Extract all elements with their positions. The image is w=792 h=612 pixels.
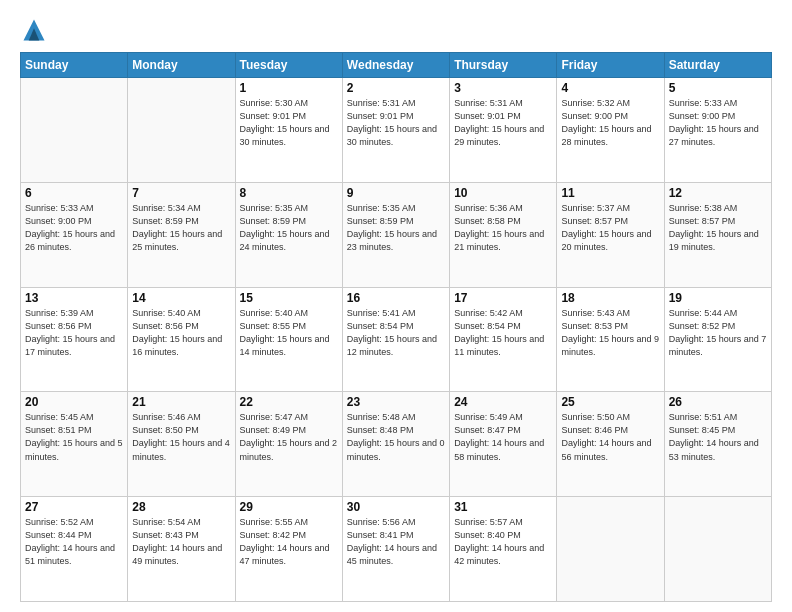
day-info: Sunrise: 5:50 AM Sunset: 8:46 PM Dayligh… — [561, 411, 659, 463]
day-number: 12 — [669, 186, 767, 200]
day-info: Sunrise: 5:42 AM Sunset: 8:54 PM Dayligh… — [454, 307, 552, 359]
day-info: Sunrise: 5:54 AM Sunset: 8:43 PM Dayligh… — [132, 516, 230, 568]
calendar-cell: 23Sunrise: 5:48 AM Sunset: 8:48 PM Dayli… — [342, 392, 449, 497]
day-info: Sunrise: 5:38 AM Sunset: 8:57 PM Dayligh… — [669, 202, 767, 254]
day-number: 21 — [132, 395, 230, 409]
day-number: 1 — [240, 81, 338, 95]
calendar-week-3: 20Sunrise: 5:45 AM Sunset: 8:51 PM Dayli… — [21, 392, 772, 497]
calendar: SundayMondayTuesdayWednesdayThursdayFrid… — [20, 52, 772, 602]
calendar-cell — [557, 497, 664, 602]
day-info: Sunrise: 5:48 AM Sunset: 8:48 PM Dayligh… — [347, 411, 445, 463]
calendar-cell: 18Sunrise: 5:43 AM Sunset: 8:53 PM Dayli… — [557, 287, 664, 392]
day-number: 28 — [132, 500, 230, 514]
calendar-cell: 9Sunrise: 5:35 AM Sunset: 8:59 PM Daylig… — [342, 182, 449, 287]
day-number: 16 — [347, 291, 445, 305]
day-number: 30 — [347, 500, 445, 514]
day-info: Sunrise: 5:57 AM Sunset: 8:40 PM Dayligh… — [454, 516, 552, 568]
calendar-cell: 16Sunrise: 5:41 AM Sunset: 8:54 PM Dayli… — [342, 287, 449, 392]
day-number: 29 — [240, 500, 338, 514]
logo — [20, 16, 52, 44]
day-info: Sunrise: 5:36 AM Sunset: 8:58 PM Dayligh… — [454, 202, 552, 254]
calendar-cell: 24Sunrise: 5:49 AM Sunset: 8:47 PM Dayli… — [450, 392, 557, 497]
day-number: 8 — [240, 186, 338, 200]
day-number: 15 — [240, 291, 338, 305]
day-number: 7 — [132, 186, 230, 200]
calendar-week-2: 13Sunrise: 5:39 AM Sunset: 8:56 PM Dayli… — [21, 287, 772, 392]
day-number: 20 — [25, 395, 123, 409]
calendar-cell: 28Sunrise: 5:54 AM Sunset: 8:43 PM Dayli… — [128, 497, 235, 602]
calendar-cell: 12Sunrise: 5:38 AM Sunset: 8:57 PM Dayli… — [664, 182, 771, 287]
calendar-cell: 2Sunrise: 5:31 AM Sunset: 9:01 PM Daylig… — [342, 78, 449, 183]
calendar-cell: 10Sunrise: 5:36 AM Sunset: 8:58 PM Dayli… — [450, 182, 557, 287]
calendar-cell: 22Sunrise: 5:47 AM Sunset: 8:49 PM Dayli… — [235, 392, 342, 497]
day-number: 4 — [561, 81, 659, 95]
day-info: Sunrise: 5:31 AM Sunset: 9:01 PM Dayligh… — [454, 97, 552, 149]
day-number: 24 — [454, 395, 552, 409]
day-number: 27 — [25, 500, 123, 514]
day-number: 11 — [561, 186, 659, 200]
day-info: Sunrise: 5:33 AM Sunset: 9:00 PM Dayligh… — [25, 202, 123, 254]
calendar-cell: 30Sunrise: 5:56 AM Sunset: 8:41 PM Dayli… — [342, 497, 449, 602]
day-number: 25 — [561, 395, 659, 409]
calendar-cell: 15Sunrise: 5:40 AM Sunset: 8:55 PM Dayli… — [235, 287, 342, 392]
day-info: Sunrise: 5:52 AM Sunset: 8:44 PM Dayligh… — [25, 516, 123, 568]
day-info: Sunrise: 5:45 AM Sunset: 8:51 PM Dayligh… — [25, 411, 123, 463]
day-number: 3 — [454, 81, 552, 95]
day-info: Sunrise: 5:51 AM Sunset: 8:45 PM Dayligh… — [669, 411, 767, 463]
calendar-cell: 3Sunrise: 5:31 AM Sunset: 9:01 PM Daylig… — [450, 78, 557, 183]
day-number: 10 — [454, 186, 552, 200]
day-info: Sunrise: 5:35 AM Sunset: 8:59 PM Dayligh… — [240, 202, 338, 254]
calendar-cell: 25Sunrise: 5:50 AM Sunset: 8:46 PM Dayli… — [557, 392, 664, 497]
calendar-cell: 1Sunrise: 5:30 AM Sunset: 9:01 PM Daylig… — [235, 78, 342, 183]
day-number: 5 — [669, 81, 767, 95]
day-number: 19 — [669, 291, 767, 305]
col-header-friday: Friday — [557, 53, 664, 78]
day-number: 2 — [347, 81, 445, 95]
day-info: Sunrise: 5:56 AM Sunset: 8:41 PM Dayligh… — [347, 516, 445, 568]
col-header-saturday: Saturday — [664, 53, 771, 78]
calendar-cell: 21Sunrise: 5:46 AM Sunset: 8:50 PM Dayli… — [128, 392, 235, 497]
calendar-cell: 6Sunrise: 5:33 AM Sunset: 9:00 PM Daylig… — [21, 182, 128, 287]
day-info: Sunrise: 5:33 AM Sunset: 9:00 PM Dayligh… — [669, 97, 767, 149]
calendar-cell: 19Sunrise: 5:44 AM Sunset: 8:52 PM Dayli… — [664, 287, 771, 392]
calendar-cell: 14Sunrise: 5:40 AM Sunset: 8:56 PM Dayli… — [128, 287, 235, 392]
calendar-cell: 29Sunrise: 5:55 AM Sunset: 8:42 PM Dayli… — [235, 497, 342, 602]
day-number: 14 — [132, 291, 230, 305]
day-info: Sunrise: 5:55 AM Sunset: 8:42 PM Dayligh… — [240, 516, 338, 568]
day-info: Sunrise: 5:34 AM Sunset: 8:59 PM Dayligh… — [132, 202, 230, 254]
calendar-cell: 31Sunrise: 5:57 AM Sunset: 8:40 PM Dayli… — [450, 497, 557, 602]
calendar-week-1: 6Sunrise: 5:33 AM Sunset: 9:00 PM Daylig… — [21, 182, 772, 287]
calendar-cell: 27Sunrise: 5:52 AM Sunset: 8:44 PM Dayli… — [21, 497, 128, 602]
day-info: Sunrise: 5:41 AM Sunset: 8:54 PM Dayligh… — [347, 307, 445, 359]
day-info: Sunrise: 5:40 AM Sunset: 8:56 PM Dayligh… — [132, 307, 230, 359]
calendar-cell: 11Sunrise: 5:37 AM Sunset: 8:57 PM Dayli… — [557, 182, 664, 287]
day-number: 9 — [347, 186, 445, 200]
calendar-cell: 26Sunrise: 5:51 AM Sunset: 8:45 PM Dayli… — [664, 392, 771, 497]
calendar-cell: 13Sunrise: 5:39 AM Sunset: 8:56 PM Dayli… — [21, 287, 128, 392]
header — [20, 16, 772, 44]
day-info: Sunrise: 5:40 AM Sunset: 8:55 PM Dayligh… — [240, 307, 338, 359]
day-number: 13 — [25, 291, 123, 305]
day-number: 22 — [240, 395, 338, 409]
day-number: 31 — [454, 500, 552, 514]
day-number: 23 — [347, 395, 445, 409]
day-info: Sunrise: 5:35 AM Sunset: 8:59 PM Dayligh… — [347, 202, 445, 254]
calendar-cell: 7Sunrise: 5:34 AM Sunset: 8:59 PM Daylig… — [128, 182, 235, 287]
calendar-header-row: SundayMondayTuesdayWednesdayThursdayFrid… — [21, 53, 772, 78]
calendar-cell — [128, 78, 235, 183]
day-info: Sunrise: 5:30 AM Sunset: 9:01 PM Dayligh… — [240, 97, 338, 149]
col-header-monday: Monday — [128, 53, 235, 78]
col-header-thursday: Thursday — [450, 53, 557, 78]
day-info: Sunrise: 5:46 AM Sunset: 8:50 PM Dayligh… — [132, 411, 230, 463]
day-number: 6 — [25, 186, 123, 200]
day-info: Sunrise: 5:37 AM Sunset: 8:57 PM Dayligh… — [561, 202, 659, 254]
day-info: Sunrise: 5:47 AM Sunset: 8:49 PM Dayligh… — [240, 411, 338, 463]
day-number: 18 — [561, 291, 659, 305]
col-header-wednesday: Wednesday — [342, 53, 449, 78]
calendar-cell: 20Sunrise: 5:45 AM Sunset: 8:51 PM Dayli… — [21, 392, 128, 497]
day-info: Sunrise: 5:44 AM Sunset: 8:52 PM Dayligh… — [669, 307, 767, 359]
calendar-week-0: 1Sunrise: 5:30 AM Sunset: 9:01 PM Daylig… — [21, 78, 772, 183]
day-info: Sunrise: 5:39 AM Sunset: 8:56 PM Dayligh… — [25, 307, 123, 359]
day-number: 26 — [669, 395, 767, 409]
day-number: 17 — [454, 291, 552, 305]
